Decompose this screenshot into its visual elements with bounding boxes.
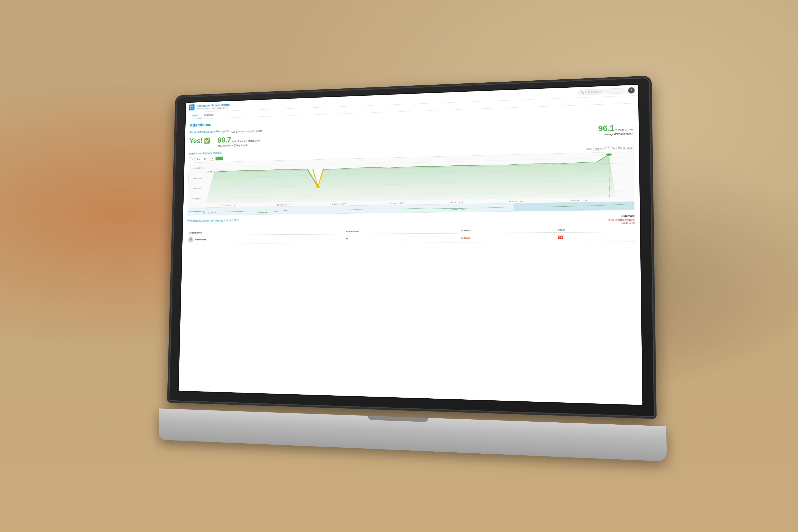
svg-text:Jan '18: Jan '18 (450, 209, 465, 211)
panorama-logo (189, 104, 195, 110)
svg-point-22 (606, 153, 612, 156)
col-ytd: Streak (556, 227, 635, 232)
main-content: Attendance Are we hitting our attendance… (178, 103, 642, 405)
svg-text:Sep '17: Sep '17 (222, 205, 235, 207)
date-range: From Aug 16, 2017 To Mar 20, 2018 (586, 146, 633, 151)
ytd-stat: 96.1 % year to date average daily attend… (598, 123, 633, 136)
svg-text:70%: 70% (192, 198, 201, 200)
svg-text:Feb '18: Feb '18 (509, 200, 524, 202)
svg-text:Dec '17: Dec '17 (389, 202, 404, 204)
tab-students[interactable]: Students (201, 111, 216, 119)
absent-count: 3 students absent (608, 218, 634, 222)
absent-question: Who missed school on Tuesday, March 20th… (187, 218, 239, 222)
summary-title: Summary (608, 214, 634, 217)
attendance-chart: 100% 90% 80% 70% (188, 152, 634, 208)
time-filters: 1w 1m 3m 6m YTD (189, 156, 223, 161)
user-avatar[interactable]: J (628, 87, 635, 94)
daily-section: What is our daily attendance? 1w 1m 3m 6… (187, 140, 634, 216)
filter-3m[interactable]: 3m (202, 157, 208, 160)
svg-rect-24 (514, 202, 634, 211)
col-streak[interactable]: ▼ Streak (459, 227, 556, 233)
svg-rect-1 (192, 106, 193, 107)
summary-box: Summary 3 students absent Grade Level (604, 214, 634, 227)
search-bar[interactable]: 🔍 Find a student (578, 88, 626, 95)
tab-school[interactable]: School (188, 112, 201, 119)
check-icon: ✅ (204, 137, 210, 144)
attendance-suffix: % on Tuesday, March 20th (231, 139, 260, 143)
absent-section: Who missed school on Tuesday, March 20th… (187, 214, 635, 244)
svg-text:Mar '18: Mar '18 (571, 199, 587, 202)
search-icon: 🔍 (581, 91, 584, 94)
student-name-cell: Irene Morse (187, 234, 345, 244)
svg-text:80%: 80% (192, 187, 201, 190)
to-label: To (612, 147, 615, 150)
absent-grade-label: Grade Level (608, 222, 634, 224)
from-date[interactable]: Aug 16, 2017 (593, 146, 610, 151)
svg-text:Sep '17: Sep '17 (203, 212, 216, 214)
svg-rect-2 (190, 108, 191, 109)
filter-1w[interactable]: 1w (189, 157, 195, 161)
svg-rect-0 (190, 106, 191, 107)
to-date[interactable]: Mar 20, 2018 (616, 146, 634, 150)
search-placeholder: Find a student (585, 90, 602, 94)
laptop-wrapper: Panorama School District Data synced abo… (168, 77, 655, 461)
student-streak-cell: 6 days (459, 232, 556, 243)
ytd-suffix: % year to date (615, 128, 633, 131)
attendance-big-number: 99.7 (217, 136, 231, 144)
filter-ytd[interactable]: YTD (215, 156, 223, 160)
ytd-number: 96.1 (598, 124, 614, 133)
svg-text:Nov '17: Nov '17 (332, 203, 346, 205)
screen: Panorama School District Data synced abo… (178, 85, 642, 405)
student-grade-cell: 9 (345, 233, 459, 243)
screen-bezel: Panorama School District Data synced abo… (178, 84, 643, 406)
chart-container: 100% 90% 80% 70% (188, 151, 634, 208)
filter-1m[interactable]: 1m (195, 157, 201, 161)
student-ytd-cell: 29 (556, 232, 635, 242)
svg-text:90%: 90% (193, 177, 202, 179)
from-label: From (586, 148, 591, 150)
svg-text:100%: 100% (193, 167, 205, 169)
goal-question: Are we hitting our attendance goal? (190, 130, 229, 134)
svg-rect-3 (192, 108, 193, 109)
student-avatar (188, 237, 193, 243)
filter-6m[interactable]: 6m (209, 157, 215, 161)
goal-note: Our goal: 95% daily attendance (231, 130, 262, 133)
svg-text:Oct '17: Oct '17 (277, 204, 290, 206)
laptop-lid: Panorama School District Data synced abo… (169, 77, 655, 417)
svg-text:Jan '18: Jan '18 (449, 201, 463, 203)
yes-badge: Yes! ✅ (189, 136, 210, 145)
yes-text: Yes! (189, 137, 203, 145)
logo-icon (189, 104, 195, 110)
